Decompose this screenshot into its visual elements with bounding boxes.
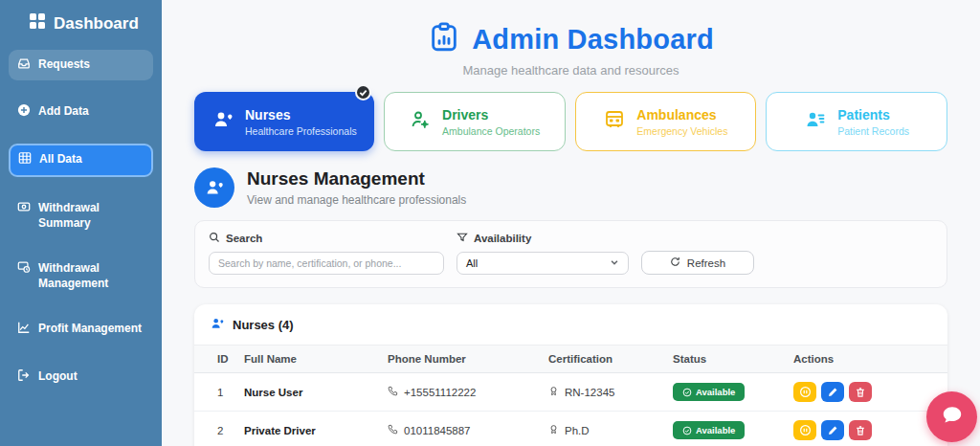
section-subtitle: View and manage healthcare professionals [247, 193, 466, 207]
tab-sublabel: Healthcare Professionals [245, 125, 357, 137]
page-header: Admin Dashboard Manage healthcare data a… [194, 21, 947, 78]
sidebar-header: Dashboard [0, 0, 162, 50]
refresh-icon [670, 256, 680, 269]
award-icon [548, 424, 559, 436]
search-icon [209, 232, 220, 245]
entity-tabs: Nurses Healthcare Professionals Drivers … [194, 92, 947, 151]
driver-gear-icon [409, 108, 432, 135]
cell-id: 2 [194, 412, 236, 446]
nurses-people-icon [212, 108, 234, 135]
tab-label: Patients [837, 107, 909, 123]
inbox-icon [17, 56, 31, 74]
table-row: 1 Nurse User +15551112222 RN-12345 Avail… [194, 373, 947, 412]
award-icon [548, 386, 559, 398]
clipboard-chart-icon [428, 21, 460, 57]
tab-patients[interactable]: Patients Patient Records [766, 92, 947, 151]
tab-drivers[interactable]: Drivers Ambulance Operators [384, 92, 566, 151]
delete-button[interactable] [849, 420, 872, 440]
patient-list-icon [804, 108, 827, 135]
sidebar-title: Dashboard [54, 14, 139, 33]
refresh-button[interactable]: Refresh [641, 251, 754, 275]
edit-button[interactable] [821, 420, 844, 440]
phone-icon [388, 386, 398, 398]
tab-ambulances[interactable]: Ambulances Emergency Vehicles [575, 92, 757, 151]
cell-id: 1 [194, 373, 236, 412]
section-title: Nurses Management [247, 168, 466, 190]
card-clock-icon [17, 260, 31, 278]
sidebar-item-logout[interactable]: Logout [9, 362, 153, 392]
logout-icon [17, 368, 31, 386]
sidebar-item-label: Withdrawal Summary [38, 200, 145, 231]
selected-check-badge-icon [355, 84, 371, 100]
dashboard-grid-icon [29, 12, 46, 34]
phone-icon [388, 424, 398, 436]
col-status: Status [665, 346, 786, 373]
table-header-row: ID Full Name Phone Number Certification … [194, 346, 947, 373]
col-full-name: Full Name [236, 346, 380, 373]
tab-nurses[interactable]: Nurses Healthcare Professionals [194, 92, 374, 151]
sidebar-item-label: All Data [39, 151, 82, 167]
cell-phone: 01011845887 [404, 425, 471, 436]
search-label: Search [209, 232, 444, 245]
chat-bubble-icon [940, 403, 965, 432]
sidebar-item-label: Requests [38, 56, 90, 72]
col-id: ID [194, 346, 236, 373]
chevron-down-icon [610, 257, 619, 269]
sidebar-item-label: Profit Management [38, 321, 142, 336]
sidebar-item-label: Add Data [38, 103, 89, 119]
sidebar-item-profit-management[interactable]: Profit Management [9, 314, 153, 345]
availability-label: Availability [457, 232, 629, 245]
tab-label: Drivers [442, 107, 540, 123]
nurses-section-icon [194, 167, 234, 208]
line-chart-icon [17, 321, 31, 338]
edit-button[interactable] [821, 382, 844, 402]
chat-fab-button[interactable] [926, 391, 977, 442]
delete-button[interactable] [849, 382, 872, 402]
tab-sublabel: Emergency Vehicles [636, 125, 727, 137]
tab-label: Ambulances [636, 107, 727, 123]
tab-sublabel: Ambulance Operators [442, 125, 540, 137]
cell-name: Nurse User [236, 373, 380, 412]
sidebar: Dashboard Requests Add Data All Data Wit… [0, 0, 162, 446]
sidebar-item-requests[interactable]: Requests [9, 50, 153, 80]
search-input[interactable] [209, 252, 444, 275]
page-subtitle: Manage healthcare data and resources [194, 63, 947, 78]
page-title: Admin Dashboard [472, 24, 714, 56]
status-badge: Available [673, 421, 745, 439]
nurses-table: ID Full Name Phone Number Certification … [194, 345, 947, 446]
nurses-small-icon [210, 316, 225, 334]
availability-selected-value: All [466, 257, 478, 269]
nurses-table-card: Nurses (4) ID Full Name Phone Number Cer… [194, 304, 947, 446]
availability-select[interactable]: All [457, 252, 629, 275]
ambulance-icon [603, 108, 626, 135]
pause-button[interactable] [793, 382, 816, 402]
col-phone: Phone Number [380, 346, 541, 373]
tab-label: Nurses [245, 107, 357, 123]
cell-phone: +15551112222 [404, 387, 476, 398]
table-title-row: Nurses (4) [194, 304, 947, 345]
filter-funnel-icon [457, 232, 468, 245]
cell-name: Private Driver [236, 412, 380, 446]
sidebar-item-all-data[interactable]: All Data [9, 144, 153, 176]
cell-certification: RN-12345 [565, 387, 614, 398]
table-title: Nurses (4) [233, 318, 294, 332]
sidebar-item-label: Logout [38, 368, 78, 384]
sidebar-item-label: Withdrawal Management [38, 260, 145, 291]
table-icon [18, 151, 32, 168]
col-certification: Certification [541, 346, 665, 373]
cell-certification: Ph.D [565, 425, 590, 436]
pause-button[interactable] [793, 420, 816, 440]
sidebar-item-withdrawal-summary[interactable]: Withdrawal Summary [9, 193, 153, 237]
plus-circle-icon [17, 103, 31, 121]
filter-bar: Search Availability All Refresh [194, 220, 947, 288]
sidebar-item-withdrawal-management[interactable]: Withdrawal Management [9, 254, 153, 298]
section-header: Nurses Management View and manage health… [194, 167, 947, 208]
main-content: Admin Dashboard Manage healthcare data a… [162, 0, 980, 446]
table-row: 2 Private Driver 01011845887 Ph.D Availa… [194, 412, 947, 446]
wallet-icon [17, 200, 31, 217]
col-actions: Actions [786, 346, 947, 373]
tab-sublabel: Patient Records [837, 125, 909, 137]
status-badge: Available [673, 383, 745, 401]
sidebar-item-add-data[interactable]: Add Data [9, 97, 153, 127]
